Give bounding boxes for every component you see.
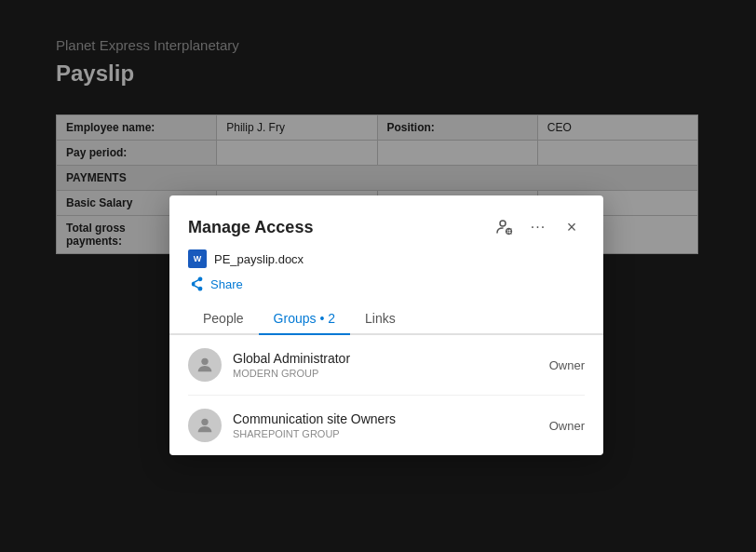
manage-access-icon-button[interactable] (492, 214, 518, 240)
tab-groups[interactable]: Groups • 2 (259, 302, 350, 335)
close-icon: × (567, 218, 577, 237)
file-row: W PE_payslip.docx (169, 249, 603, 276)
group-info: Global Administrator MODERN GROUP (233, 351, 549, 379)
file-name: PE_payslip.docx (214, 252, 304, 266)
svg-point-2 (508, 231, 510, 233)
modal-header: Manage Access ··· × (169, 195, 603, 249)
more-options-icon: ··· (531, 219, 546, 236)
group-name: Communication site Owners (233, 411, 549, 426)
word-file-icon: W (188, 249, 207, 268)
group-role: Owner (549, 358, 585, 372)
share-row: Share (169, 276, 603, 302)
svg-point-0 (500, 221, 506, 226)
more-options-button[interactable]: ··· (525, 214, 551, 240)
tabs-bar: People Groups • 2 Links (169, 302, 603, 335)
group-sub: MODERN GROUP (233, 368, 549, 379)
close-button[interactable]: × (559, 214, 585, 240)
share-icon (188, 276, 205, 292)
share-label[interactable]: Share (210, 277, 243, 291)
groups-list: Global Administrator MODERN GROUP Owner … (169, 335, 603, 455)
avatar (188, 348, 222, 382)
svg-point-4 (201, 419, 208, 425)
list-item: Communication site Owners SHAREPOINT GRO… (188, 396, 585, 455)
manage-access-modal: Manage Access ··· × W (169, 195, 603, 455)
group-name: Global Administrator (233, 351, 549, 366)
svg-point-3 (201, 358, 208, 365)
modal-title: Manage Access (188, 218, 313, 237)
group-sub: SHAREPOINT GROUP (233, 428, 549, 439)
group-role: Owner (549, 419, 585, 433)
avatar (188, 409, 222, 442)
group-info: Communication site Owners SHAREPOINT GRO… (233, 411, 549, 439)
tab-people[interactable]: People (188, 302, 259, 335)
list-item: Global Administrator MODERN GROUP Owner (188, 335, 585, 396)
modal-action-buttons: ··· × (492, 214, 585, 240)
tab-links[interactable]: Links (350, 302, 411, 335)
